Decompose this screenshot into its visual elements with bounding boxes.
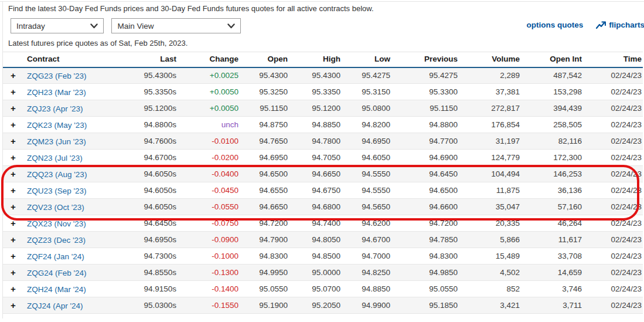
- contract-link[interactable]: ZQF24 (Jan '24): [27, 252, 84, 261]
- change-cell: +0.0025: [178, 67, 240, 84]
- high-cell: 94.6750: [289, 182, 342, 199]
- expand-row-button[interactable]: +: [11, 136, 27, 146]
- open-int-cell: 33,708: [521, 248, 583, 265]
- change-cell: -0.1550: [178, 297, 240, 314]
- expand-row-button[interactable]: +: [11, 300, 27, 310]
- last-cell: 94.6050s: [114, 199, 178, 215]
- open-int-cell: 46,264: [521, 215, 583, 232]
- high-cell: 94.8050: [289, 232, 342, 248]
- options-quotes-label: options quotes: [526, 21, 583, 29]
- contract-cell: +ZQH24 (Mar '24): [3, 281, 114, 297]
- change-cell: unch: [178, 117, 240, 133]
- contract-cell: +ZQJ24 (Apr '24): [3, 297, 114, 314]
- contract-link[interactable]: ZQV23 (Oct '23): [27, 203, 84, 212]
- contract-link[interactable]: ZQN23 (Jul '23): [27, 154, 83, 162]
- fed-funds-quotes-page: Find the latest 30-Day Fed Funds prices …: [0, 0, 644, 322]
- previous-cell: 95.0550: [391, 281, 459, 297]
- volume-cell: 15,489: [459, 248, 521, 265]
- expand-row-button[interactable]: +: [11, 284, 27, 294]
- previous-cell: 94.7700: [391, 133, 459, 150]
- table-row: +ZQV23 (Oct '23)94.6050s-0.055094.665094…: [3, 199, 643, 215]
- last-cell: 94.6700s: [114, 150, 178, 166]
- table-row: +ZQX23 (Nov '23)94.6450s-0.075094.720094…: [3, 215, 643, 232]
- open-cell: 95.1900: [240, 297, 289, 314]
- view-select[interactable]: Main View: [111, 18, 241, 33]
- last-cell: 94.6050s: [114, 182, 178, 199]
- change-cell: +0.0050: [178, 100, 240, 117]
- table-row: +ZQN23 (Jul '23)94.6700s-0.020094.695094…: [3, 150, 643, 166]
- contract-link[interactable]: ZQM23 (Jun '23): [27, 137, 86, 146]
- open-cell: 94.6650: [240, 199, 289, 215]
- expand-row-button[interactable]: +: [11, 251, 27, 261]
- last-cell: 95.0300s: [114, 297, 178, 314]
- column-header-low: Low: [342, 52, 391, 67]
- toolbar-links: options quotes flipcharts: [526, 21, 644, 29]
- expand-row-button[interactable]: +: [11, 169, 27, 179]
- expand-row-button[interactable]: +: [11, 267, 27, 277]
- time-cell: 02/24/23: [583, 67, 643, 84]
- contract-link[interactable]: ZQX23 (Nov '23): [27, 219, 86, 228]
- options-quotes-link[interactable]: options quotes: [526, 21, 583, 29]
- change-cell: +0.0050: [178, 84, 240, 100]
- last-cell: 94.6450s: [114, 215, 178, 232]
- open-cell: 94.6550: [240, 182, 289, 199]
- contract-link[interactable]: ZQG24 (Feb '24): [27, 269, 87, 277]
- time-cell: 02/24/23: [583, 265, 643, 281]
- open-cell: 94.8300: [240, 248, 289, 265]
- change-cell: -0.0200: [178, 150, 240, 166]
- contract-link[interactable]: ZQJ24 (Apr '24): [27, 301, 83, 310]
- low-cell: 94.8250: [342, 265, 391, 281]
- high-cell: 95.0000: [289, 265, 342, 281]
- previous-cell: 95.4275: [391, 67, 459, 84]
- volume-cell: 31,197: [459, 133, 521, 150]
- contract-link[interactable]: ZQG23 (Feb '23): [27, 72, 87, 80]
- contract-cell: +ZQK23 (May '23): [3, 117, 114, 133]
- expand-row-button[interactable]: +: [11, 235, 27, 245]
- volume-cell: 272,817: [459, 100, 521, 117]
- contract-link[interactable]: ZQK23 (May '23): [27, 121, 87, 130]
- time-cell: 02/24/23: [583, 281, 643, 297]
- table-header-row: ContractLastChangeOpenHighLowPreviousVol…: [3, 52, 643, 67]
- table-row: +ZQJ23 (Apr '23)95.1200s+0.005095.115095…: [3, 100, 643, 117]
- previous-cell: 94.6500: [391, 182, 459, 199]
- change-cell: -0.0750: [178, 215, 240, 232]
- expand-row-button[interactable]: +: [11, 70, 27, 80]
- frequency-select[interactable]: Intraday: [11, 18, 104, 33]
- intro-text: Find the latest 30-Day Fed Funds prices …: [8, 4, 374, 13]
- expand-row-button[interactable]: +: [11, 120, 27, 130]
- open-cell: 95.1150: [240, 100, 289, 117]
- expand-row-button[interactable]: +: [11, 152, 27, 162]
- table-row: +ZQF24 (Jan '24)94.7300s-0.100094.830094…: [3, 248, 643, 265]
- low-cell: 94.6200: [342, 215, 391, 232]
- expand-row-button[interactable]: +: [11, 87, 27, 97]
- expand-row-button[interactable]: +: [11, 185, 27, 195]
- open-cell: 95.0550: [240, 281, 289, 297]
- open-int-cell: 14,659: [521, 265, 583, 281]
- expand-row-button[interactable]: +: [11, 103, 27, 113]
- contract-link[interactable]: ZQH23 (Mar '23): [27, 88, 86, 97]
- expand-row-button[interactable]: +: [11, 218, 27, 228]
- flipcharts-link[interactable]: flipcharts: [596, 21, 644, 29]
- low-cell: 94.5550: [342, 166, 391, 182]
- table-row: +ZQH24 (Mar '24)94.9150s-0.140095.055095…: [3, 281, 643, 297]
- contract-link[interactable]: ZQH24 (Mar '24): [27, 285, 86, 294]
- contract-cell: +ZQN23 (Jul '23): [3, 150, 114, 166]
- last-cell: 94.6950s: [114, 232, 178, 248]
- change-cell: -0.0900: [178, 232, 240, 248]
- open-int-cell: 11,617: [521, 232, 583, 248]
- contract-link[interactable]: ZQU23 (Sep '23): [27, 187, 87, 195]
- contract-link[interactable]: ZQQ23 (Aug '23): [27, 170, 87, 179]
- contract-cell: +ZQV23 (Oct '23): [3, 199, 114, 215]
- time-cell: 02/24/23: [583, 182, 643, 199]
- time-cell: 02/24/23: [583, 150, 643, 166]
- contract-link[interactable]: ZQZ23 (Dec '23): [27, 236, 86, 245]
- time-cell: 02/24/23: [583, 297, 643, 314]
- volume-cell: 37,381: [459, 84, 521, 100]
- last-cell: 94.8800s: [114, 117, 178, 133]
- contract-cell: +ZQH23 (Mar '23): [3, 84, 114, 100]
- contract-link[interactable]: ZQJ23 (Apr '23): [27, 104, 83, 113]
- high-cell: 94.6800: [289, 199, 342, 215]
- time-cell: 02/24/23: [583, 215, 643, 232]
- as-of-text: Latest futures price quotes as of Sat, F…: [8, 39, 188, 48]
- expand-row-button[interactable]: +: [11, 202, 27, 212]
